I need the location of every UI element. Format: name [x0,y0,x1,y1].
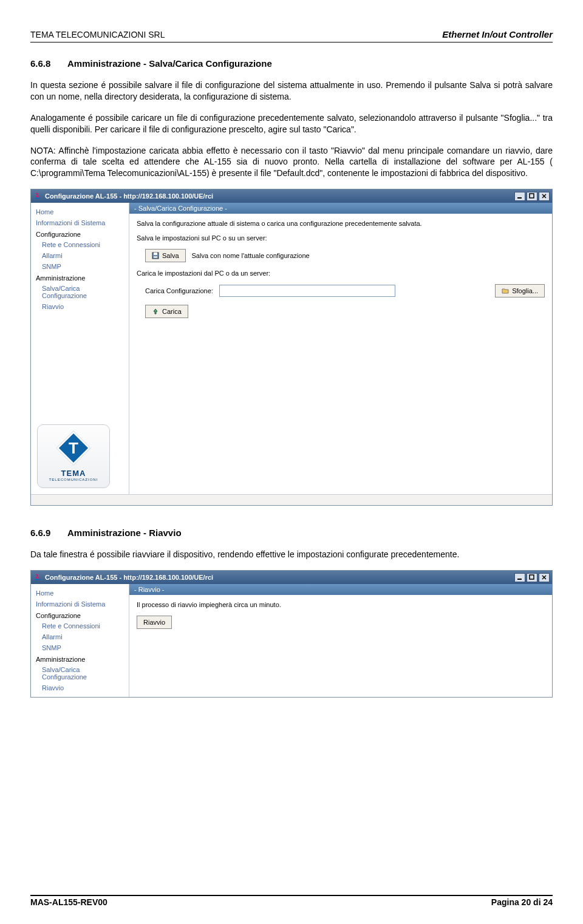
minimize-button[interactable] [514,573,525,582]
save-icon [152,252,159,259]
riavvio-button-label: Riavvio [143,619,165,626]
sidebar-admin-section: Amministrazione [31,653,129,664]
section1-paragraph-1: In questa sezione é possibile salvare il… [30,80,553,103]
section2-paragraph-1: Da tale finestra é possibile riavviare i… [30,549,553,560]
svg-rect-8 [530,575,534,579]
titlebar[interactable]: Configurazione AL-155 - http://192.168.1… [31,189,552,203]
window-title-2: Configurazione AL-155 - http://192.168.1… [45,574,514,581]
folder-open-icon [502,287,509,294]
svg-rect-6 [154,256,157,258]
minimize-button[interactable] [514,192,525,201]
svg-rect-5 [154,253,157,255]
close-button[interactable] [539,192,550,201]
doc-header-left: TEMA TELECOMUNICAZIONI SRL [30,30,165,39]
logo-sub: TELECOMUNICAZIONI [49,478,98,481]
close-button[interactable] [539,573,550,582]
panel-heading: - Salva/Carica Configurazione - [129,203,552,214]
sidebar-riavvio[interactable]: Riavvio [31,301,129,312]
window-title: Configurazione AL-155 - http://192.168.1… [45,192,514,200]
sidebar-rete[interactable]: Rete e Connessioni [31,239,129,250]
save-help: Salva con nome l'attuale configurazione [192,252,310,259]
sidebar-config-section: Configurazione [31,610,129,620]
sidebar-home[interactable]: Home [31,588,129,599]
status-bar [31,494,552,505]
titlebar-2[interactable]: Configurazione AL-155 - http://192.168.1… [31,571,552,584]
sidebar-info[interactable]: Informazioni di Sistema [31,599,129,610]
section1-paragraph-2: Analogamente é possibile caricare un fil… [30,112,553,135]
config-window-2: Configurazione AL-155 - http://192.168.1… [30,570,553,698]
riavvio-intro: Il processo di riavvio impiegherà circa … [137,601,545,608]
sidebar-info[interactable]: Informazioni di Sistema [31,217,129,228]
sidebar-config-section: Configurazione [31,228,129,239]
load-button[interactable]: Carica [145,305,188,318]
maximize-button[interactable] [527,192,537,201]
save-button-label: Salva [162,252,179,259]
sidebar-2: Home Informazioni di Sistema Configurazi… [31,584,129,697]
svg-rect-1 [530,194,534,198]
footer-right: Pagina 20 di 24 [491,897,553,907]
tema-logo: T TEMA TELECOMUNICAZIONI [37,424,110,488]
header-rule [30,42,553,42]
load-label: Carica Configurazione: [145,287,213,294]
section1-paragraph-3: NOTA: Affinchè l'impostazione caricata a… [30,145,553,180]
sidebar-allarmi[interactable]: Allarmi [31,250,129,261]
doc-header-right: Ethernet In/out Controller [442,29,553,39]
sidebar-snmp[interactable]: SNMP [31,261,129,272]
save-heading: Salva le impostazioni sul PC o su un ser… [137,234,545,242]
sidebar-admin-section: Amministrazione [31,272,129,283]
load-heading: Carica le impostazioni dal PC o da un se… [137,270,545,277]
browse-button[interactable]: Sfoglia... [495,284,545,297]
section2-title: Amministrazione - Riavvio [67,528,182,538]
sidebar-salva[interactable]: Salva/Carica Configurazione [31,664,129,682]
svg-rect-0 [517,197,522,199]
footer-left: MAS-AL155-REV00 [30,897,107,907]
section1-number: 6.6.8 [30,58,50,69]
section1-title: Amministrazione - Salva/Carica Configura… [67,58,272,69]
load-button-label: Carica [162,308,182,315]
svg-rect-7 [517,579,522,580]
sidebar-snmp[interactable]: SNMP [31,642,129,653]
riavvio-button[interactable]: Riavvio [137,616,172,629]
java-icon [33,573,42,582]
logo-brand: TEMA [61,469,86,478]
upload-icon [152,308,159,315]
config-path-input[interactable] [219,285,395,297]
panel-heading-2: - Riavvio - [129,584,552,595]
browse-button-label: Sfoglia... [512,287,538,294]
panel-intro: Salva la configurazione attuale di siste… [137,220,545,227]
save-button[interactable]: Salva [145,249,186,262]
footer-rule [30,895,553,896]
sidebar-allarmi[interactable]: Allarmi [31,631,129,642]
config-window-1: Configurazione AL-155 - http://192.168.1… [30,189,553,506]
sidebar-rete[interactable]: Rete e Connessioni [31,620,129,631]
maximize-button[interactable] [527,573,537,582]
java-icon [33,192,42,200]
sidebar-salva[interactable]: Salva/Carica Configurazione [31,283,129,301]
section2-number: 6.6.9 [30,528,50,538]
sidebar-home[interactable]: Home [31,206,129,217]
sidebar-riavvio[interactable]: Riavvio [31,682,129,693]
